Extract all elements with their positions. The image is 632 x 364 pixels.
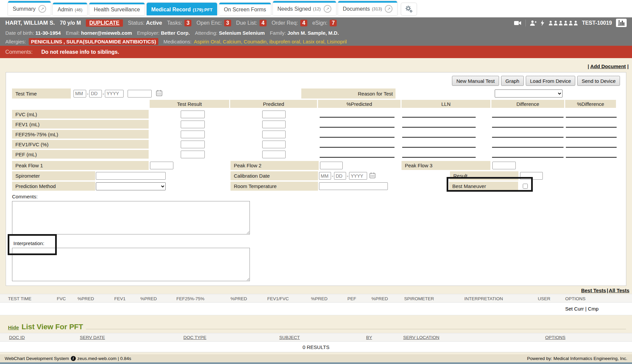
peak-flow-1-input[interactable] bbox=[150, 162, 173, 169]
video-call-icon[interactable] bbox=[514, 20, 521, 26]
add-person-icon[interactable] bbox=[530, 20, 536, 26]
fev1-lln-line bbox=[402, 127, 476, 128]
test-time-year-input[interactable] bbox=[105, 90, 124, 98]
doc-header-by[interactable]: BY bbox=[366, 335, 372, 340]
fvc-test-result-input[interactable] bbox=[181, 111, 205, 118]
results-header-pct-pred: %PRED bbox=[311, 296, 328, 301]
test-time-day-input[interactable] bbox=[89, 90, 102, 98]
pft-toolbar: New Manual Test Graph Load From Device S… bbox=[12, 76, 620, 86]
fef-pct-difference-line bbox=[566, 137, 617, 138]
calibration-month-input[interactable] bbox=[319, 172, 331, 180]
duplicate-badge[interactable]: DUPLICATE bbox=[86, 19, 123, 27]
comments-textarea[interactable] bbox=[12, 201, 250, 234]
tab-documents[interactable]: Documents (313) bbox=[338, 1, 397, 15]
peak-flow-3-input[interactable] bbox=[492, 162, 516, 169]
medication-link[interactable]: Lisinopril bbox=[327, 39, 347, 44]
form-comments-label: Comments: bbox=[12, 194, 620, 200]
open-new-window-icon[interactable] bbox=[324, 5, 331, 13]
tab-admin[interactable]: Admin (46) bbox=[53, 3, 87, 15]
tab-needs-signed[interactable]: Needs Signed (12) bbox=[273, 1, 336, 15]
results-header-pef: PEF bbox=[347, 296, 356, 301]
spirometer-input[interactable] bbox=[96, 172, 166, 180]
doc-header-serv-date[interactable]: SERV DATE bbox=[80, 335, 105, 340]
info-icon[interactable] bbox=[71, 356, 76, 361]
date-separator: - bbox=[347, 173, 348, 179]
test-time-time-input[interactable] bbox=[128, 90, 152, 98]
comments-alert-bar: Comments: Do not release info to sibling… bbox=[0, 46, 632, 58]
tab-health-surveillance[interactable]: Health Surveillance bbox=[89, 3, 145, 15]
set-curr-cmp-links[interactable]: Set Curr | Cmp bbox=[565, 306, 599, 312]
family-value: John M. Sample, M.D. bbox=[287, 30, 339, 36]
load-from-device-button[interactable]: Load From Device bbox=[526, 76, 576, 86]
doc-header-serv-location[interactable]: SERV LOCATION bbox=[403, 335, 439, 340]
doc-header-options[interactable]: OPTIONS bbox=[545, 335, 566, 340]
reason-for-test-select[interactable] bbox=[495, 89, 563, 98]
tab-medical-record[interactable]: Medical Record (179):PFT bbox=[147, 3, 217, 15]
flowsheet-chart-icon[interactable] bbox=[616, 19, 627, 27]
prediction-method-label: Prediction Method bbox=[12, 182, 95, 191]
allergies-label: Allergies: bbox=[5, 39, 26, 44]
calendar-icon[interactable] bbox=[369, 172, 376, 180]
due-list-count-badge[interactable]: 4 bbox=[260, 20, 267, 26]
result-input[interactable] bbox=[520, 172, 543, 180]
tab-bar: Summary Admin (46) Health Surveillance M… bbox=[0, 0, 632, 17]
medication-link[interactable]: Lasix oral bbox=[303, 39, 327, 44]
fev1-test-result-input[interactable] bbox=[181, 121, 205, 128]
esign-count-badge[interactable]: 7 bbox=[330, 20, 337, 26]
calendar-icon[interactable] bbox=[156, 89, 163, 98]
order-req-count-badge[interactable]: 4 bbox=[300, 20, 307, 26]
new-manual-test-button[interactable]: New Manual Test bbox=[452, 76, 499, 86]
fef-predicted-input[interactable] bbox=[262, 131, 286, 138]
room-temperature-input[interactable] bbox=[319, 182, 388, 190]
medication-link[interactable]: Coumadin bbox=[244, 39, 270, 44]
prediction-method-select[interactable] bbox=[96, 182, 166, 190]
fvc-difference-line bbox=[492, 117, 564, 118]
medication-link[interactable]: ibuprofen oral bbox=[269, 39, 303, 44]
add-document-link[interactable]: Add Document bbox=[590, 63, 626, 69]
open-enc-count-badge[interactable]: 3 bbox=[224, 20, 231, 26]
calibration-day-input[interactable] bbox=[334, 172, 346, 180]
tab-on-screen-forms[interactable]: On Screen Forms bbox=[219, 3, 271, 15]
fev1-fvc-test-result-input[interactable] bbox=[181, 141, 205, 148]
results-header-interpretation: INTERPRETATION bbox=[464, 296, 503, 301]
fef-pct-predicted-line bbox=[320, 137, 394, 138]
fev1-predicted-input[interactable] bbox=[262, 121, 286, 128]
results-header-pct-pred: %PRED bbox=[140, 296, 157, 301]
lightning-bolt-icon[interactable] bbox=[540, 20, 544, 26]
medication-link[interactable]: Aspirin Oral bbox=[194, 39, 223, 44]
tasks-count-badge[interactable]: 3 bbox=[184, 20, 191, 26]
doc-header-subject[interactable]: SUBJECT bbox=[279, 335, 300, 340]
results-header-spirometer: SPIROMETER bbox=[404, 296, 434, 301]
fvc-pct-predicted-line bbox=[320, 117, 394, 118]
send-to-device-button[interactable]: Send to Device bbox=[577, 76, 620, 86]
settings-gears-icon[interactable] bbox=[401, 3, 417, 15]
fef-test-result-input[interactable] bbox=[181, 131, 205, 138]
results-header-fvc: FVC bbox=[57, 296, 66, 301]
calibration-year-input[interactable] bbox=[349, 172, 367, 180]
all-tests-link[interactable]: All Tests bbox=[609, 288, 629, 293]
fev1-fvc-lln-line bbox=[402, 147, 476, 148]
best-tests-link[interactable]: Best Tests bbox=[581, 288, 609, 293]
col-header-pct-difference: %Difference bbox=[565, 100, 616, 108]
hide-link[interactable]: Hide bbox=[8, 325, 19, 330]
tab-summary[interactable]: Summary bbox=[8, 1, 51, 15]
employer-label: Employer: bbox=[137, 30, 160, 36]
interpretation-textarea[interactable] bbox=[12, 248, 250, 281]
footer-powered-by: Powered by: Medical Informatics Engineer… bbox=[527, 356, 627, 361]
status-value: Active bbox=[146, 20, 162, 26]
fvc-predicted-input[interactable] bbox=[262, 111, 286, 118]
graph-button[interactable]: Graph bbox=[501, 76, 524, 86]
fev1-fvc-predicted-input[interactable] bbox=[262, 141, 286, 148]
open-new-window-icon[interactable] bbox=[385, 5, 392, 13]
doc-header-doc-id[interactable]: DOC ID bbox=[9, 335, 25, 340]
pef-predicted-input[interactable] bbox=[262, 151, 286, 158]
medication-link[interactable]: Calcium bbox=[223, 39, 244, 44]
care-team-people-icons[interactable] bbox=[548, 20, 578, 26]
open-new-window-icon[interactable] bbox=[38, 5, 46, 13]
doc-header-doc-type[interactable]: DOC TYPE bbox=[183, 335, 206, 340]
test-time-month-input[interactable] bbox=[73, 90, 86, 98]
allergies-badge[interactable]: PENICILLINS , SULFA(SULFONAMIDE ANTIBIOT… bbox=[29, 38, 158, 45]
pef-test-result-input[interactable] bbox=[181, 151, 205, 158]
peak-flow-2-input[interactable] bbox=[320, 162, 343, 169]
best-maneuver-checkbox[interactable] bbox=[523, 184, 528, 189]
